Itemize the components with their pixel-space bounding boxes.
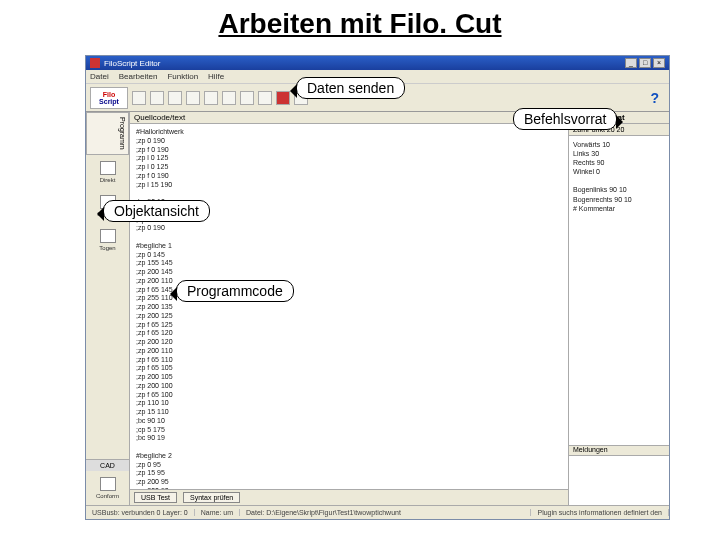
tab-programm[interactable]: Programm xyxy=(86,112,129,155)
logo-line2: Script xyxy=(99,98,119,105)
side-direkt-label: Direkt xyxy=(100,177,116,183)
togen-icon xyxy=(100,229,116,243)
callout-befehlsvorrat: Befehlsvorrat xyxy=(513,108,617,130)
app-icon xyxy=(90,58,100,68)
code-panel: Quellcode/text #Hallorichtwerk ;zp 0 190… xyxy=(130,112,569,505)
tool-undo-icon[interactable] xyxy=(240,91,254,105)
side-direkt[interactable]: Direkt xyxy=(86,155,129,189)
left-panel: Programm Direkt Schritte Togen CAD Confo… xyxy=(86,112,130,505)
help-icon[interactable]: ? xyxy=(650,90,665,106)
menu-edit[interactable]: Bearbeiten xyxy=(119,72,158,81)
side-togen-label: Togen xyxy=(99,245,115,251)
titlebar[interactable]: FiloScript Editor _ □ × xyxy=(86,56,669,70)
titlebar-text: FiloScript Editor xyxy=(104,59,160,68)
code-buttons: USB Test Syntax prüfen xyxy=(130,489,568,505)
cad-label[interactable]: CAD xyxy=(86,459,129,471)
log-panel: Meldungen xyxy=(569,445,669,505)
usb-test-button[interactable]: USB Test xyxy=(134,492,177,503)
config-icon xyxy=(100,477,116,491)
callout-programmcode: Programmcode xyxy=(176,280,294,302)
code-editor[interactable]: #Hallorichtwerk ;zp 0 190 ;zp f 0 190 ;z… xyxy=(130,124,568,489)
tool-paste-icon[interactable] xyxy=(222,91,236,105)
side-config-label: Conform xyxy=(96,493,119,499)
status-left: USBusb: verbunden 0 Layer: 0 xyxy=(86,509,195,516)
logo: Filo Script xyxy=(90,87,128,109)
tool-copy-icon[interactable] xyxy=(204,91,218,105)
tool-redo-icon[interactable] xyxy=(258,91,272,105)
workarea: Programm Direkt Schritte Togen CAD Confo… xyxy=(86,112,669,505)
right-panel: Befehlsvorrat ZumPunkt 20 20 Vorwärts 10… xyxy=(569,112,669,505)
menu-function[interactable]: Funktion xyxy=(167,72,198,81)
callout-daten-senden: Daten senden xyxy=(296,77,405,99)
status-mid: Name: um xyxy=(195,509,240,516)
tool-cut-icon[interactable] xyxy=(186,91,200,105)
maximize-button[interactable]: □ xyxy=(639,58,651,68)
status-right: Plugin suchs informationen definiert den xyxy=(531,509,669,516)
statusbar: USBusb: verbunden 0 Layer: 0 Name: um Da… xyxy=(86,505,669,519)
tool-save-icon[interactable] xyxy=(150,91,164,105)
menu-help[interactable]: Hilfe xyxy=(208,72,224,81)
side-config[interactable]: Conform xyxy=(86,471,129,505)
tool-open-icon[interactable] xyxy=(132,91,146,105)
tool-new-icon[interactable] xyxy=(168,91,182,105)
code-header: Quellcode/text xyxy=(130,112,568,124)
side-togen[interactable]: Togen xyxy=(86,223,129,257)
close-button[interactable]: × xyxy=(653,58,665,68)
direkt-icon xyxy=(100,161,116,175)
menu-file[interactable]: Datei xyxy=(90,72,109,81)
slide-title: Arbeiten mit Filo. Cut xyxy=(0,0,720,44)
minimize-button[interactable]: _ xyxy=(625,58,637,68)
status-file: Datei: D:\Eigene\Skript\Figur\Test1\twow… xyxy=(240,509,531,516)
logo-line1: Filo xyxy=(103,91,115,98)
log-header: Meldungen xyxy=(569,446,669,456)
callout-objektansicht: Objektansicht xyxy=(103,200,210,222)
command-list[interactable]: Vorwärts 10 Links 30 Rechts 90 Winkel 0 … xyxy=(569,136,669,445)
syntax-check-button[interactable]: Syntax prüfen xyxy=(183,492,240,503)
